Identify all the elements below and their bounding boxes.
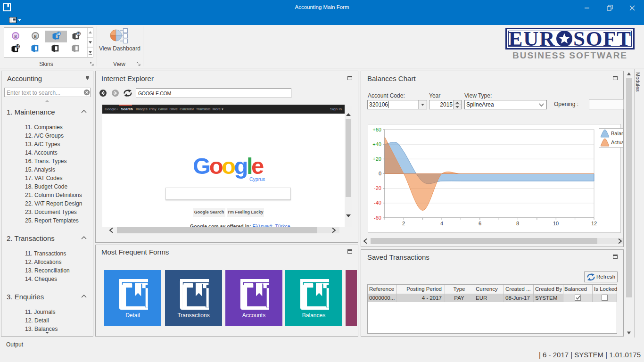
svg-text:Balance: Balance [611, 131, 623, 136]
svg-text:Actual: Actual [611, 140, 623, 145]
svg-text:16: 16 [77, 32, 81, 35]
svg-text:16: 16 [16, 45, 20, 48]
svg-text:4: 4 [440, 221, 443, 226]
svg-text:10: 10 [553, 221, 559, 226]
svg-text:+60: +60 [372, 127, 381, 132]
svg-text:B: B [14, 34, 17, 39]
svg-text:-60: -60 [374, 215, 381, 221]
svg-text:+20: +20 [372, 156, 381, 162]
svg-text:8: 8 [516, 221, 519, 226]
svg-text:+40: +40 [372, 141, 381, 147]
svg-text:16: 16 [57, 32, 61, 35]
svg-text:-40: -40 [374, 200, 381, 206]
svg-text:0: 0 [379, 171, 381, 176]
svg-text:6: 6 [479, 221, 481, 226]
svg-text:2: 2 [402, 221, 405, 226]
svg-text:12: 12 [591, 221, 597, 226]
svg-text:-20: -20 [374, 185, 381, 191]
svg-text:B: B [34, 34, 37, 39]
